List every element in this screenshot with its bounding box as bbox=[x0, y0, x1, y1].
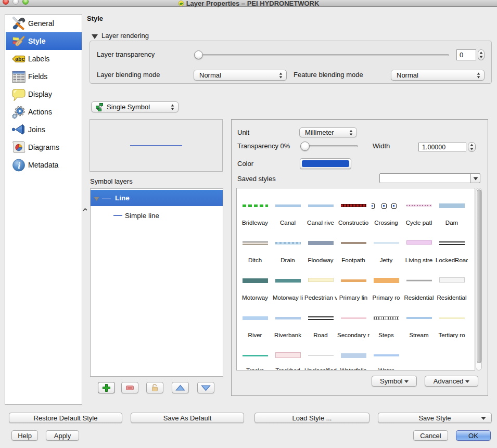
svg-text:abc: abc bbox=[15, 56, 24, 62]
svg-text:i: i bbox=[18, 161, 20, 171]
